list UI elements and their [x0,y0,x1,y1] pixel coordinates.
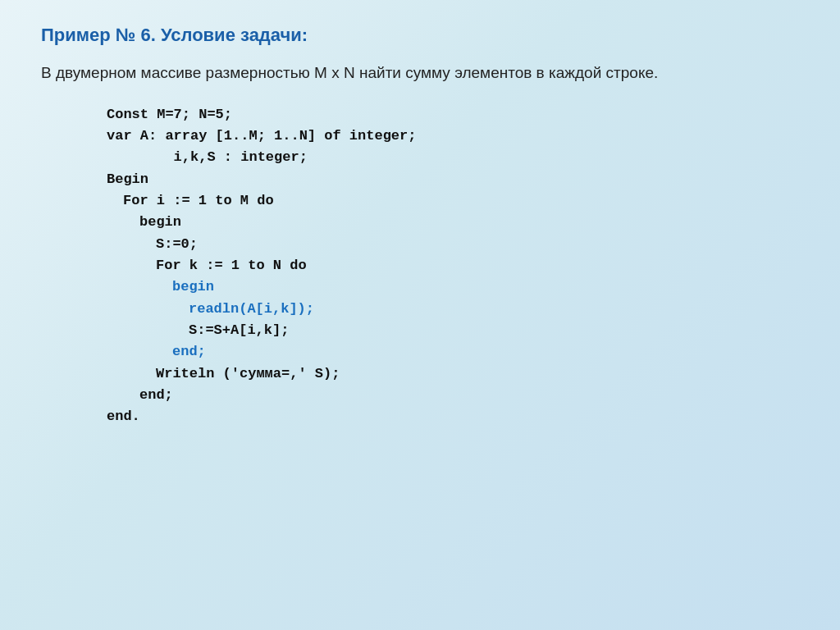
code-line: Writeln ('сумма=,' S); [107,363,796,385]
code-block: Const M=7; N=5;var A: array [1..M; 1..N]… [41,104,796,428]
code-line: begin [107,276,796,298]
code-line: readln(A[i,k]); [107,299,796,320]
slide-content: Пример № 6. Условие задачи: В двумерном … [41,25,796,428]
code-line: begin [107,212,796,233]
code-line: Begin [107,169,796,190]
code-line: For k := 1 to N do [107,255,796,276]
slide-title: Пример № 6. Условие задачи: [41,25,796,46]
slide-description: В двумерном массиве размерностью M x N н… [41,62,796,84]
code-line: i,k,S : integer; [107,147,796,168]
code-line: end; [107,385,796,406]
code-line: For i := 1 to M do [107,190,796,212]
code-line: end; [107,341,796,363]
code-line: end. [107,406,796,427]
code-line: var A: array [1..M; 1..N] of integer; [107,126,796,147]
code-line: S:=S+A[i,k]; [107,320,796,341]
code-line: S:=0; [107,234,796,255]
code-line: Const M=7; N=5; [107,104,796,126]
